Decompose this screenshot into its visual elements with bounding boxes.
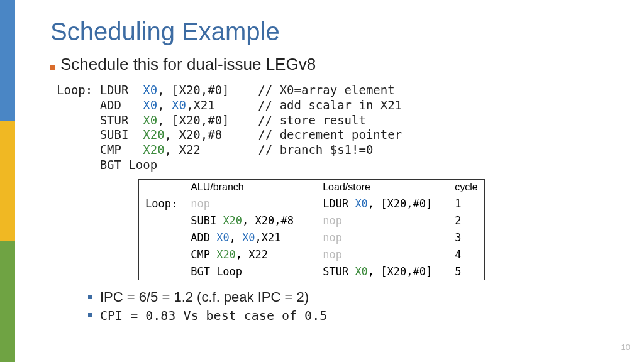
cell-label (139, 263, 184, 280)
accent-yellow (0, 121, 15, 241)
cell-ls: nop (316, 246, 448, 263)
bullet-cpi-text: CPI = 0.83 Vs best case of 0.5 (100, 308, 327, 323)
cell-label (139, 212, 184, 229)
subtitle-row: Schedule this for dual-issue LEGv8 (50, 55, 619, 74)
cell-cycle: 2 (448, 212, 484, 229)
slide-content: Scheduling Example Schedule this for dua… (15, 0, 644, 362)
slide-title: Scheduling Example (50, 18, 619, 46)
table-row: CMP X20, X22nop4 (139, 246, 485, 263)
cell-alu: BGT Loop (184, 263, 316, 280)
accent-blue (0, 0, 15, 121)
page-number: 10 (621, 343, 630, 352)
cell-label (139, 246, 184, 263)
sidebar-accent (0, 0, 15, 362)
table-row: ADD X0, X0,X21nop3 (139, 229, 485, 246)
cell-cycle: 4 (448, 246, 484, 263)
accent-green (0, 241, 15, 362)
cell-cycle: 5 (448, 263, 484, 280)
bullet-cpi: CPI = 0.83 Vs best case of 0.5 (88, 308, 619, 323)
cell-ls: STUR X0, [X20,#0] (316, 263, 448, 280)
cell-alu: SUBI X20, X20,#8 (184, 212, 316, 229)
code-block: Loop: LDUR X0, [X20,#0] // X0=array elem… (57, 83, 619, 173)
bullet-square-icon (88, 313, 92, 317)
table-row: SUBI X20, X20,#8nop2 (139, 212, 485, 229)
subtitle-text: Schedule this for dual-issue LEGv8 (60, 55, 316, 74)
schedule-table: ALU/branch Load/store cycle Loop:nopLDUR… (138, 179, 485, 280)
bullet-icon (50, 65, 55, 70)
th-label (139, 179, 184, 195)
cell-alu: ADD X0, X0,X21 (184, 229, 316, 246)
cell-alu: nop (184, 195, 316, 212)
th-loadstore: Load/store (316, 179, 448, 195)
bullet-square-icon (88, 295, 92, 299)
sub-bullets: IPC = 6/5 = 1.2 (c.f. peak IPC = 2) CPI … (88, 289, 619, 323)
cell-ls: LDUR X0, [X20,#0] (316, 195, 448, 212)
cell-cycle: 3 (448, 229, 484, 246)
cell-ls: nop (316, 229, 448, 246)
cell-label: Loop: (139, 195, 184, 212)
cell-ls: nop (316, 212, 448, 229)
bullet-ipc-text: IPC = 6/5 = 1.2 (c.f. peak IPC = 2) (100, 289, 309, 305)
table-row: BGT LoopSTUR X0, [X20,#0]5 (139, 263, 485, 280)
cell-cycle: 1 (448, 195, 484, 212)
cell-label (139, 229, 184, 246)
bullet-ipc: IPC = 6/5 = 1.2 (c.f. peak IPC = 2) (88, 289, 619, 305)
th-cycle: cycle (448, 179, 484, 195)
table-header-row: ALU/branch Load/store cycle (139, 179, 485, 195)
cell-alu: CMP X20, X22 (184, 246, 316, 263)
th-alu: ALU/branch (184, 179, 316, 195)
table-row: Loop:nopLDUR X0, [X20,#0]1 (139, 195, 485, 212)
